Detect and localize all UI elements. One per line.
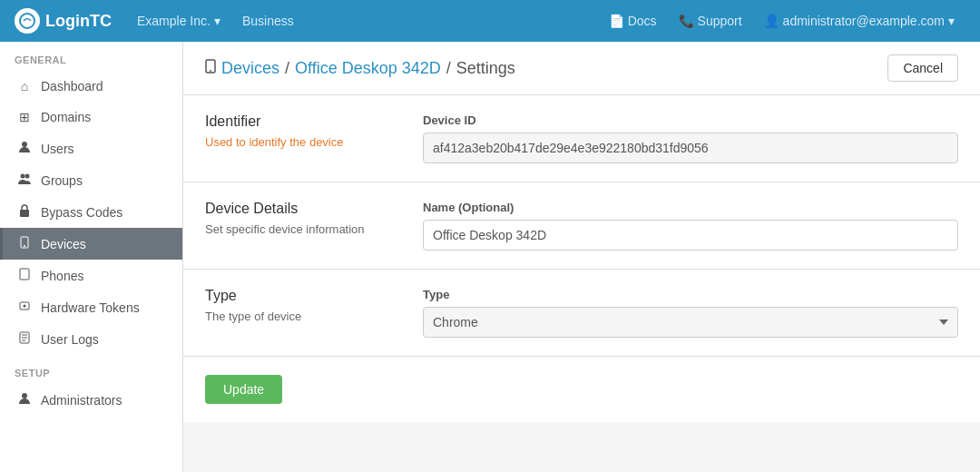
device-details-section: Device Details Set specific device infor… bbox=[183, 182, 980, 270]
org-selector[interactable]: Example Inc. ▾ bbox=[126, 14, 231, 28]
user-dropdown-icon: ▾ bbox=[948, 14, 955, 28]
sidebar-label-groups: Groups bbox=[41, 173, 83, 188]
sidebar-item-domains[interactable]: ⊞ Domains bbox=[0, 102, 182, 133]
device-id-input bbox=[423, 133, 958, 163]
identifier-section: Identifier Used to identify the device D… bbox=[183, 95, 980, 182]
docs-link[interactable]: 📄 Docs bbox=[598, 14, 668, 28]
sidebar: GENERAL ⌂ Dashboard ⊞ Domains Users Grou… bbox=[0, 42, 183, 472]
support-icon: 📞 bbox=[679, 14, 694, 28]
user-logs-icon bbox=[17, 331, 32, 347]
sidebar-item-groups[interactable]: Groups bbox=[0, 164, 182, 196]
identifier-description: Used to identify the device bbox=[205, 135, 405, 149]
breadcrumb-devices-link[interactable]: Devices bbox=[221, 59, 279, 78]
sidebar-label-user-logs: User Logs bbox=[41, 332, 99, 347]
type-section-left: Type The type of device bbox=[205, 288, 405, 338]
sidebar-item-dashboard[interactable]: ⌂ Dashboard bbox=[0, 71, 182, 102]
sidebar-item-phones[interactable]: Phones bbox=[0, 260, 182, 291]
hardware-tokens-icon bbox=[17, 300, 32, 315]
page-header: Devices / Office Deskop 342D / Settings … bbox=[183, 42, 980, 95]
sidebar-item-bypass-codes[interactable]: Bypass Codes bbox=[0, 196, 182, 228]
svg-point-6 bbox=[24, 245, 25, 247]
identifier-title: Identifier bbox=[205, 113, 405, 130]
svg-point-13 bbox=[22, 393, 27, 398]
users-icon bbox=[17, 141, 32, 156]
main-content: Devices / Office Deskop 342D / Settings … bbox=[183, 42, 980, 472]
type-label: Type bbox=[423, 288, 958, 301]
identifier-section-right: Device ID bbox=[423, 113, 958, 163]
administrators-icon bbox=[17, 392, 32, 408]
svg-point-1 bbox=[22, 142, 27, 147]
general-section-label: GENERAL bbox=[0, 42, 182, 71]
top-nav: LoginTC Example Inc. ▾ Business 📄 Docs 📞… bbox=[0, 0, 980, 42]
type-title: Type bbox=[205, 288, 405, 304]
sidebar-label-administrators: Administrators bbox=[41, 393, 122, 408]
domains-icon: ⊞ bbox=[17, 110, 32, 124]
logo-icon bbox=[15, 8, 40, 34]
user-icon: 👤 bbox=[764, 14, 779, 28]
user-menu[interactable]: 👤 administrator@example.com ▾ bbox=[753, 14, 965, 28]
sidebar-label-users: Users bbox=[41, 142, 74, 156]
type-section: Type The type of device Type Chrome Soft… bbox=[183, 270, 980, 357]
svg-rect-4 bbox=[20, 210, 29, 217]
devices-icon bbox=[17, 236, 32, 251]
device-details-title: Device Details bbox=[205, 201, 405, 217]
device-details-section-right: Name (Optional) bbox=[423, 201, 958, 251]
logo[interactable]: LoginTC bbox=[15, 8, 112, 34]
bypass-codes-icon bbox=[17, 204, 32, 220]
groups-icon bbox=[17, 172, 32, 188]
device-details-description: Set specific device information bbox=[205, 222, 405, 236]
device-details-section-left: Device Details Set specific device infor… bbox=[205, 201, 405, 251]
type-section-right: Type Chrome Software Token Hardware Toke… bbox=[423, 288, 958, 338]
identifier-section-left: Identifier Used to identify the device bbox=[205, 113, 405, 163]
sidebar-label-dashboard: Dashboard bbox=[41, 79, 103, 93]
top-nav-right: 📄 Docs 📞 Support 👤 administrator@example… bbox=[598, 14, 965, 28]
logo-text: LoginTC bbox=[45, 12, 112, 31]
breadcrumb: Devices / Office Deskop 342D / Settings bbox=[205, 59, 515, 78]
svg-point-0 bbox=[20, 14, 34, 28]
org-dropdown-icon: ▾ bbox=[214, 14, 220, 28]
breadcrumb-current: Settings bbox=[456, 59, 515, 78]
sidebar-item-hardware-tokens[interactable]: Hardware Tokens bbox=[0, 291, 182, 323]
svg-point-3 bbox=[25, 174, 30, 179]
breadcrumb-sep1: / bbox=[285, 59, 289, 78]
sidebar-item-administrators[interactable]: Administrators bbox=[0, 384, 182, 416]
svg-point-8 bbox=[24, 305, 26, 308]
dashboard-icon: ⌂ bbox=[17, 79, 32, 93]
sidebar-item-user-logs[interactable]: User Logs bbox=[0, 323, 182, 355]
update-button[interactable]: Update bbox=[205, 375, 282, 404]
sidebar-label-hardware-tokens: Hardware Tokens bbox=[41, 300, 140, 315]
sidebar-item-users[interactable]: Users bbox=[0, 133, 182, 164]
sidebar-item-devices[interactable]: Devices bbox=[0, 228, 182, 260]
breadcrumb-device-icon bbox=[205, 59, 216, 78]
device-id-label: Device ID bbox=[423, 113, 958, 127]
breadcrumb-sep2: / bbox=[446, 59, 451, 78]
action-row: Update bbox=[183, 357, 980, 422]
phones-icon bbox=[17, 268, 32, 283]
svg-point-2 bbox=[21, 174, 25, 179]
sidebar-label-devices: Devices bbox=[41, 237, 86, 251]
sidebar-label-phones: Phones bbox=[41, 269, 83, 283]
org-name: Example Inc. bbox=[137, 14, 211, 28]
sidebar-label-domains: Domains bbox=[41, 110, 91, 124]
docs-icon: 📄 bbox=[609, 14, 624, 28]
layout: GENERAL ⌂ Dashboard ⊞ Domains Users Grou… bbox=[0, 42, 980, 472]
type-select[interactable]: Chrome Software Token Hardware Token Oth… bbox=[423, 307, 958, 338]
support-link[interactable]: 📞 Support bbox=[668, 14, 753, 28]
device-name-input[interactable] bbox=[423, 220, 958, 251]
setup-section-label: SETUP bbox=[0, 355, 182, 384]
device-name-label: Name (Optional) bbox=[423, 201, 958, 214]
svg-point-15 bbox=[210, 70, 211, 72]
type-description: The type of device bbox=[205, 310, 405, 323]
breadcrumb-device-link[interactable]: Office Deskop 342D bbox=[295, 59, 441, 78]
cancel-button[interactable]: Cancel bbox=[887, 54, 958, 82]
app-name: Business bbox=[231, 14, 305, 28]
sidebar-label-bypass-codes: Bypass Codes bbox=[41, 205, 122, 220]
